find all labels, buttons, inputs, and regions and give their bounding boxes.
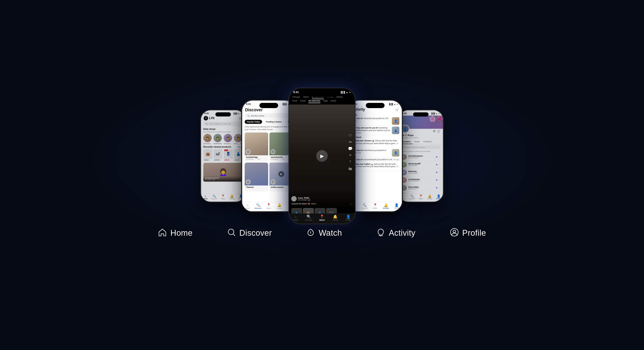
creator-list-item[interactable]: l lissyroddyy 50k followers ★ ··· (399, 184, 443, 192)
creator-name: Coco_floflo (298, 197, 311, 199)
like-button[interactable]: ♡ (348, 133, 352, 138)
creator-list-item[interactable]: c cocobeautea 185.5k followers ★ ··· (399, 176, 443, 184)
nav-watch[interactable]: 📍 Watch (218, 194, 228, 200)
avatar-item[interactable]: 👩 iamcharlot... (203, 134, 212, 144)
tab-atlanta[interactable]: Atlanta (336, 96, 342, 99)
notif-item[interactable]: Don't miss it! Samanthakashl just posted… (348, 158, 402, 162)
tab-products[interactable]: Products (422, 140, 434, 144)
more-dots-button[interactable]: ··· (439, 186, 441, 189)
bag-button[interactable]: 🛍 (348, 167, 352, 171)
phone-activity: 9:41 ▐▐▐ ▲ ▪▪ Activity 🛒 Today Don't mis… (348, 100, 402, 212)
product-card[interactable]: 🛋 £255.00 (214, 149, 222, 161)
home-label: Home (170, 228, 192, 238)
nav-activity[interactable]: 🔔 Activity (380, 204, 391, 209)
nav-discover[interactable]: 🔍 Discover (408, 194, 416, 200)
star-button[interactable]: ★ (436, 171, 438, 174)
nav-activity[interactable]: 🔔 Activity (274, 204, 285, 209)
avatar-item[interactable]: 👩 StyleByReis (214, 134, 222, 144)
creator-list-item[interactable]: i idressmyselff 3.9k followers ★ ··· (399, 161, 443, 168)
more-dots-button[interactable]: ··· (439, 171, 441, 174)
filter-popular-today[interactable]: Popular Today (244, 120, 262, 124)
svg-point-0 (228, 229, 234, 234)
profile-top: 👤 ⚙ 🛒 (399, 124, 443, 133)
notif-item[interactable]: Don't miss it! HarrieSian just posted on… (348, 116, 402, 126)
ltk-logo: ⊙ LTK (204, 116, 215, 120)
profile-tabs: Creators Posts Products (399, 140, 443, 144)
post-preview[interactable]: 👩‍🦱 lydiajantomlinson 20 minutes ago (203, 163, 243, 182)
avatar-item[interactable]: 👩 Georgia.L... (224, 134, 232, 144)
nav-discover[interactable]: 🔍 Discover (253, 204, 264, 209)
more-button[interactable]: More (311, 202, 316, 205)
cart-icon-activity[interactable]: 🛒 (395, 108, 399, 111)
tab-food[interactable]: Food (292, 100, 297, 103)
video-caption-text: Autumn fit check 🍂 (291, 202, 310, 205)
creator-list-item[interactable]: L louisethompson 24.9k followers ★ ··· (399, 153, 443, 161)
tab-travel[interactable]: Travel (300, 100, 306, 103)
notif-item[interactable]: Trending now: loafers 👞 Sell-out risk! S… (348, 162, 402, 171)
notif-item[interactable]: Trending now: dresses 👗 Sell-out risk! S… (348, 139, 402, 148)
filter-trending-creators[interactable]: Trending Creators (264, 120, 284, 124)
star-button[interactable]: ★ (436, 156, 438, 158)
more-dots-button[interactable]: ··· (439, 179, 441, 181)
play-button[interactable]: ▶ (316, 150, 328, 162)
star-button[interactable]: ★ (436, 163, 438, 166)
tab-creators[interactable]: Creators (401, 140, 413, 144)
bottom-nav-profile: ⌂ Home 🔍 Discover 📍 Watch 🔔 Activity 👤 (399, 193, 443, 202)
interest-tabs: Food Travel All interests Style Active (289, 99, 355, 104)
nav-watch[interactable]: 📍 Watch (416, 194, 425, 200)
search-bar-home[interactable]: 🔍 Search fashion, home, etc (203, 122, 243, 126)
tab-active[interactable]: Active (330, 100, 336, 103)
notif-item[interactable]: Don't miss it! HaraThamas just posted on… (348, 148, 402, 158)
phone-discover: 9:41 ▐▐▐ ▲ ▪▪ Discover 🔍 Bomber jacket P… (242, 100, 296, 212)
nav-discover[interactable]: 🔍 Discover (210, 194, 218, 200)
creators-row: 👩 iamcharlot... 👩 StyleByReis 👩 Georgia.… (201, 134, 245, 144)
tab-all-interests[interactable]: All interests (308, 100, 320, 103)
activity-icon-large (376, 228, 385, 238)
nav-activity[interactable]: 🔔 Activity (228, 194, 236, 200)
search-icon: 🔍 (206, 123, 208, 125)
notif-item[interactable]: Price drop alert just for you 🏷 Somethin… (348, 126, 402, 135)
discover-search[interactable]: 🔍 Bomber jacket (244, 113, 293, 118)
avatar-item[interactable]: 👩 being___her (234, 134, 242, 144)
tab-posts[interactable]: Posts (412, 140, 422, 144)
share-button[interactable]: ↑ (349, 159, 351, 163)
video-player[interactable]: 👗 ▶ ♡ 162 💬 18 ↑ 🛍 C (289, 104, 355, 207)
tab-miami[interactable]: Miami (303, 96, 309, 99)
nav-profile[interactable]: 👤 Profile (391, 204, 402, 209)
product-card[interactable]: 👜 £99.00 (203, 149, 212, 161)
more-dots-button[interactable]: ··· (439, 156, 441, 158)
comment-button[interactable]: 💬 (348, 146, 353, 151)
creator-time: 20 minutes ago (298, 199, 311, 201)
star-button[interactable]: ★ (436, 186, 438, 189)
more-dots-button[interactable]: ··· (439, 163, 441, 166)
creator-grid: F frankiebridge 4 products ♡ 146 A Aaron… (242, 132, 296, 192)
recently-viewed-header: Recently viewed products See all (201, 144, 245, 149)
nav-watch[interactable]: 📍 Watch (264, 204, 274, 209)
cart-icon-profile[interactable]: 🛒 (437, 129, 441, 133)
post-time: 20 minutes ago (205, 179, 242, 180)
creator-list-item[interactable]: M Mialuckie 57.4k followers ★ ··· (399, 168, 443, 176)
settings-icon[interactable]: ⚙ (433, 129, 435, 133)
creator-card-frankiebridge[interactable]: F frankiebridge 4 products ♡ 146 (244, 132, 268, 162)
tab-chicago[interactable]: Chicago (292, 96, 300, 99)
tab-style[interactable]: Style (323, 100, 328, 103)
label-activity: Activity (376, 228, 415, 238)
nav-profile[interactable]: 👤 Profile (434, 194, 443, 200)
nav-watch[interactable]: 📍 Watch (370, 204, 380, 209)
nav-home[interactable]: ⌂ Home (242, 204, 253, 209)
bottom-labels-row: Home Discover Watch Activity (158, 219, 486, 244)
label-home: Home (158, 228, 192, 238)
nav-activity[interactable]: 🔔 Activity (426, 194, 434, 200)
activity-label: Activity (389, 228, 415, 238)
nav-home[interactable]: ⌂ Home (201, 194, 210, 200)
star-button[interactable]: ★ (436, 179, 438, 181)
options-button[interactable]: ··· (350, 202, 353, 205)
product-card[interactable]: Price 👖 £55.00 (224, 149, 233, 161)
notch-watch (310, 91, 334, 97)
label-watch: Watch (306, 228, 342, 238)
creator-card-thaarani[interactable]: T Thaarani (244, 162, 268, 192)
nav-discover[interactable]: 🔍 Discover (359, 204, 370, 209)
creator-avatar: C (291, 196, 296, 202)
notch-home (216, 112, 231, 116)
profile-search[interactable]: 🔍 Search followed Creators (401, 146, 441, 149)
